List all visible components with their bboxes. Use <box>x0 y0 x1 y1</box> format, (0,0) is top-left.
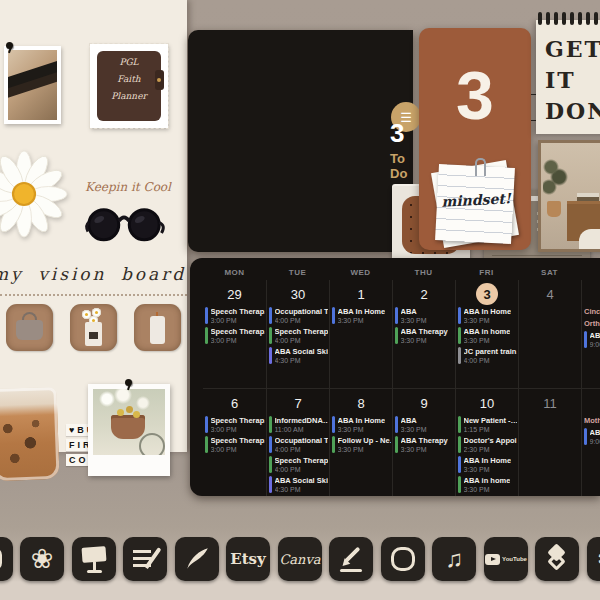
calendar-event[interactable]: New Patient -…1:15 PM <box>458 416 517 433</box>
event-color-bar <box>269 456 272 473</box>
calendar-day-cell[interactable]: 29Speech Therap…3:00 PMSpeech Therap…3:0… <box>203 280 266 388</box>
event-color-bar <box>458 307 461 324</box>
calendar-event[interactable]: Mother's <box>584 416 600 425</box>
calendar-event[interactable]: ABA3:30 PM <box>395 416 454 433</box>
event-title: Occupational T… <box>275 436 329 445</box>
calendar-event[interactable]: ABA in home3:30 PM <box>458 327 517 344</box>
calendar-event[interactable]: Speech Therap…3:00 PM <box>205 436 265 453</box>
calendar-day-cell[interactable]: 2ABA3:30 PMABA Therapy3:30 PM <box>392 280 455 388</box>
calendar-event[interactable]: Doctor's Appoi…2:30 PM <box>458 436 517 453</box>
calendar-event[interactable]: Speech Therap…3:00 PM <box>205 307 265 324</box>
swoosh-app-icon[interactable] <box>175 537 219 581</box>
squircle-app-icon[interactable] <box>381 537 425 581</box>
calendar-event[interactable]: ABA Therapy3:30 PM <box>395 327 454 344</box>
calendar-event[interactable]: ABA Social Skil…4:30 PM <box>269 476 328 493</box>
event-color-bar <box>269 347 272 364</box>
calendar-day-cell[interactable]: 5Cinco deOrthodoxABA In Home9:00 AM <box>581 280 600 388</box>
event-color-bar <box>395 416 398 433</box>
candle-app-tile[interactable] <box>134 304 181 351</box>
calendar-day-cell[interactable]: 4 <box>518 280 581 388</box>
calendar-event[interactable]: Speech Therapy4:00 PM <box>269 456 328 473</box>
event-title: ABA Social Skil… <box>275 476 329 485</box>
event-time: 3:30 PM <box>338 446 392 453</box>
calendar-day-cell[interactable]: 30Occupational T…4:00 PMSpeech Therapy4:… <box>266 280 329 388</box>
keynote-app-icon[interactable] <box>72 537 116 581</box>
calendar-event[interactable]: ABA In Home3:30 PM <box>332 307 391 324</box>
get-it-done-notepad[interactable]: GET IT DONE <box>536 20 600 134</box>
calendar-day-cell[interactable]: 11 <box>518 388 581 496</box>
calendar-event[interactable]: ABA In Home3:30 PM <box>458 456 517 473</box>
settings-app-icon[interactable]: ⚙ <box>587 537 600 581</box>
flower-app-icon[interactable]: ❀ <box>20 537 64 581</box>
calendar-event[interactable]: Follow Up - Ne…3:30 PM <box>332 436 391 453</box>
notepad-line: IT <box>545 65 600 96</box>
event-title: Speech Therapy <box>275 456 329 465</box>
event-list: Mother'sABA In Home9:00 AM <box>582 415 600 445</box>
calendar-widget[interactable]: MONTUEWEDTHUFRISATSUN29Speech Therap…3:0… <box>190 258 600 496</box>
event-title: Orthodox <box>584 319 600 328</box>
calendar-event[interactable]: ABA in home3:30 PM <box>458 476 517 493</box>
event-list: Speech Therap…3:00 PMSpeech Therap…3:00 … <box>203 415 266 453</box>
bedroom-photo-widget[interactable] <box>538 140 600 252</box>
calendar-event[interactable]: ABA In Home3:30 PM <box>332 416 391 433</box>
event-text: ABA Social Skil…4:30 PM <box>275 476 329 493</box>
iced-coffee-image <box>0 387 60 481</box>
event-text: New Patient -…1:15 PM <box>464 416 518 433</box>
music-app-icon[interactable]: ♫ <box>432 537 476 581</box>
calendar-day-cell[interactable]: 12Mother'sABA In Home9:00 AM <box>581 388 600 496</box>
calendar-event[interactable]: JC parent train…4:00 PM <box>458 347 517 364</box>
event-list: Cinco deOrthodoxABA In Home9:00 AM <box>582 306 600 348</box>
event-text: Orthodox <box>584 319 600 328</box>
todo-widget[interactable]: ☰ 3 To Do Put God first Read Bible Pray … <box>188 30 413 252</box>
event-color-bar <box>269 476 272 493</box>
calendar-event[interactable]: Orthodox <box>584 319 600 328</box>
handbag-app-tile[interactable] <box>6 304 53 351</box>
event-text: Cinco de <box>584 307 600 316</box>
push-pin-icon <box>6 42 13 49</box>
calendar-event[interactable]: ABA In Home3:30 PM <box>458 307 517 324</box>
calendar-event[interactable]: Speech Therap…3:00 PM <box>205 416 265 433</box>
calendar-event[interactable]: Occupational T…4:00 PM <box>269 436 328 453</box>
event-text: InformedDNA…11:00 AM <box>275 416 329 433</box>
calendar-event[interactable]: InformedDNA…11:00 AM <box>269 416 328 433</box>
event-title: ABA in home <box>464 327 511 336</box>
youtube-app-icon[interactable]: YouTube <box>484 537 528 581</box>
planner-line: Faith <box>97 71 161 88</box>
calendar-event[interactable]: ABA In Home9:00 AM <box>584 428 600 445</box>
calendar-event[interactable]: ABA3:30 PM <box>395 307 454 324</box>
calendar-day-cell[interactable]: 8ABA In Home3:30 PMFollow Up - Ne…3:30 P… <box>329 388 392 496</box>
notes-app-icon[interactable] <box>123 537 167 581</box>
event-list: ABA In Home3:30 PMFollow Up - Ne…3:30 PM <box>330 415 392 453</box>
event-text: Speech Therap…3:00 PM <box>211 416 266 433</box>
event-title: ABA In Home <box>464 456 512 465</box>
pen-app-icon[interactable] <box>329 537 373 581</box>
calendar-event[interactable]: Cinco de <box>584 307 600 316</box>
event-text: Speech Therapy4:00 PM <box>275 327 329 344</box>
calendar-day-cell[interactable]: 1ABA In Home3:30 PM <box>329 280 392 388</box>
calendar-day-cell[interactable]: 6Speech Therap…3:00 PMSpeech Therap…3:00… <box>203 388 266 496</box>
canva-app-icon[interactable]: Canva <box>278 537 322 581</box>
calendar-day-cell[interactable]: 9ABA3:30 PMABA Therapy3:30 PM <box>392 388 455 496</box>
calendar-day-cell[interactable]: 7InformedDNA…11:00 AMOccupational T…4:00… <box>266 388 329 496</box>
calendar-date: 11 <box>519 391 581 415</box>
layers-app-icon[interactable] <box>535 537 579 581</box>
frame-app-icon[interactable] <box>0 537 13 581</box>
calendar-event[interactable]: Occupational T…4:00 PM <box>269 307 328 324</box>
calendar-day-cell[interactable]: 3ABA In Home3:30 PMABA in home3:30 PMJC … <box>455 280 518 388</box>
vision-board-title: my vision board <box>0 264 192 284</box>
calendar-day-cell[interactable]: 10New Patient -…1:15 PMDoctor's Appoi…2:… <box>455 388 518 496</box>
calendar-event[interactable]: Speech Therap…3:00 PM <box>205 327 265 344</box>
books-photo <box>4 46 61 124</box>
event-list <box>519 306 581 307</box>
today-date: 3 <box>476 283 498 305</box>
date-number-widget[interactable]: 3 mindset! <box>419 28 531 250</box>
calendar-event[interactable]: Speech Therapy4:00 PM <box>269 327 328 344</box>
calendar-event[interactable]: ABA Therapy3:30 PM <box>395 436 454 453</box>
notepad-line: GET <box>545 34 600 65</box>
calendar-event[interactable]: ABA Social Skil…4:30 PM <box>269 347 328 364</box>
perfume-app-tile[interactable] <box>70 304 117 351</box>
date-number: 2 <box>420 287 427 302</box>
event-color-bar <box>269 327 272 344</box>
calendar-event[interactable]: ABA In Home9:00 AM <box>584 331 600 348</box>
etsy-app-icon[interactable]: Etsy <box>226 537 270 581</box>
